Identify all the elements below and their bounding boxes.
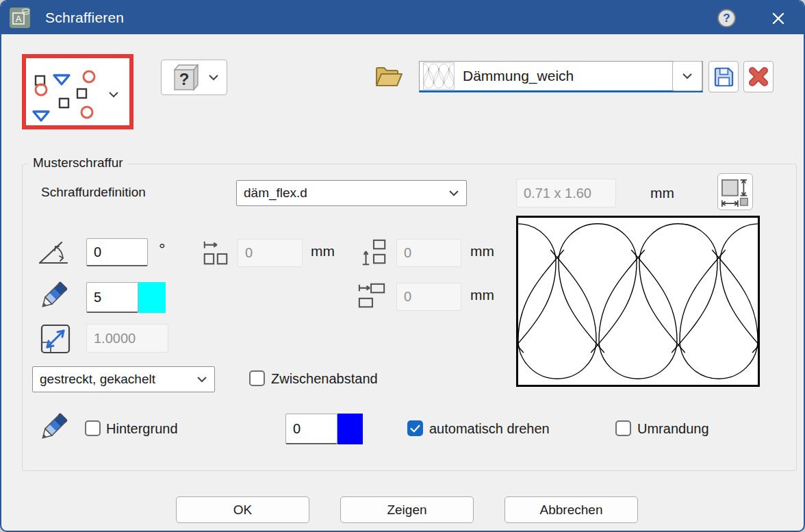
definition-combobox[interactable]: däm_flex.d [236, 180, 467, 206]
tiling-mode-combobox[interactable]: gestreckt, gekachelt [32, 366, 215, 392]
angle-icon [37, 238, 70, 266]
pattern-preview-drawing [518, 218, 758, 385]
chevron-down-icon [110, 92, 118, 97]
angle-unit-label: ° [159, 240, 166, 259]
pattern-name-dropdown-button[interactable] [672, 61, 702, 91]
window-title: Schraffieren [45, 10, 124, 26]
scale-icon [40, 323, 71, 355]
background-color-swatch[interactable] [337, 414, 363, 444]
pen-width-input[interactable] [86, 282, 138, 313]
pattern-style-preview [26, 58, 129, 125]
hintergrund-checkbox[interactable] [85, 420, 101, 436]
horizontal-offset-input [396, 283, 461, 311]
open-folder-icon[interactable] [373, 65, 403, 88]
vertical-spacing-input [396, 239, 461, 267]
definition-label: Schraffurdefinition [41, 185, 146, 200]
pattern-size-display [516, 179, 616, 207]
help-button[interactable]: ? [717, 9, 736, 27]
delete-x-icon [749, 67, 768, 86]
background-pen-input[interactable] [285, 414, 337, 444]
umrandung-checkbox[interactable] [615, 420, 631, 436]
auto-rotate-label: automatisch drehen [429, 421, 550, 437]
background-pen-icon [37, 411, 70, 444]
angle-input[interactable] [86, 238, 148, 266]
question-cube-icon: ? [170, 62, 201, 92]
pattern-thumbnail [423, 62, 455, 90]
close-icon [771, 11, 786, 26]
zwischenabstand-label: Zwischenabstand [271, 371, 378, 387]
definition-value: däm_flex.d [237, 186, 448, 201]
ok-button[interactable]: OK [176, 496, 309, 523]
tiling-mode-value: gestreckt, gekachelt [33, 372, 196, 387]
unknown-pattern-dropdown[interactable]: ? [161, 60, 227, 95]
pen-color-swatch[interactable] [138, 282, 166, 313]
hintergrund-label: Hintergrund [106, 421, 178, 437]
pattern-style-dropdown[interactable] [26, 58, 129, 125]
measure-size-button[interactable] [717, 173, 753, 210]
pen-icon [37, 279, 70, 312]
horizontal-offset-icon [357, 282, 387, 311]
save-icon [713, 66, 734, 88]
chevron-down-icon [682, 73, 693, 79]
pattern-name-combobox[interactable]: Dämmung_weich [419, 61, 703, 92]
app-icon: A [9, 7, 31, 29]
delete-pattern-button[interactable] [743, 61, 774, 92]
close-button[interactable] [768, 8, 789, 29]
h-spacing-unit: mm [470, 287, 494, 303]
title-bar: A Schraffieren [1, 1, 804, 34]
umrandung-label: Umrandung [637, 421, 709, 437]
vertical-spacing-icon [359, 238, 388, 267]
pattern-name-value: Dämmung_weich [463, 68, 672, 84]
zeigen-button[interactable]: Zeigen [340, 496, 474, 523]
measure-dimensions-icon [721, 176, 750, 207]
abbrechen-button[interactable]: Abbrechen [504, 496, 638, 523]
zwischenabstand-checkbox[interactable] [249, 370, 265, 386]
tile-width-unit: mm [311, 243, 335, 259]
svg-text:?: ? [179, 70, 189, 88]
check-icon [409, 424, 421, 433]
v-spacing-unit: mm [470, 243, 494, 259]
chevron-down-icon [448, 190, 459, 197]
scale-input [86, 324, 168, 353]
groupbox-title: Musterschraffur [28, 155, 128, 170]
tile-width-input [238, 239, 303, 267]
pattern-preview [516, 216, 760, 387]
schraffieren-dialog: A Schraffieren ? [0, 0, 805, 532]
chevron-down-icon [208, 74, 219, 81]
tile-width-icon [202, 240, 229, 268]
save-pattern-button[interactable] [708, 61, 739, 92]
svg-text:A: A [16, 14, 22, 24]
chevron-down-icon [196, 376, 207, 383]
auto-rotate-checkbox[interactable] [407, 420, 423, 436]
size-unit-label: mm [650, 185, 674, 201]
